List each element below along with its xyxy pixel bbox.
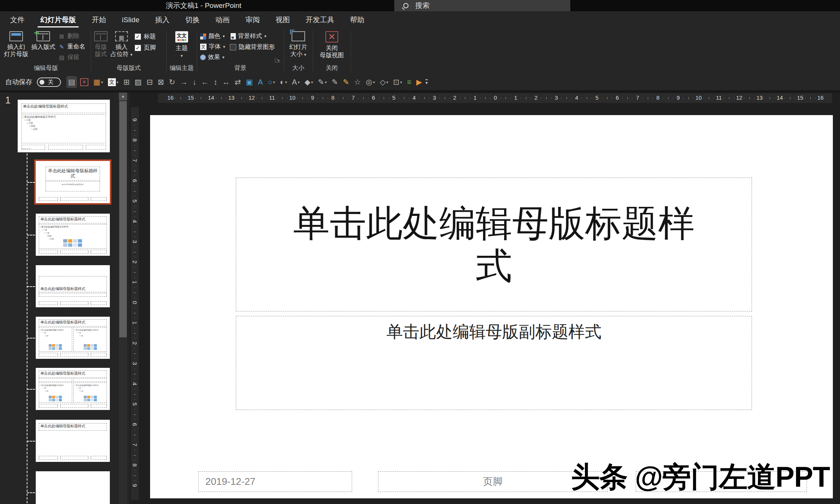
slide-size-icon bbox=[292, 31, 305, 41]
ribbon: 插入幻 灯片母版 + 插入版式 ⊠ 删除 ✎ 重命名 bbox=[0, 28, 840, 74]
tab-开发工具[interactable]: 开发工具 bbox=[298, 11, 342, 28]
group-label-close: 关闭 bbox=[314, 64, 349, 74]
align-slide-icon[interactable]: ≡ bbox=[406, 77, 413, 87]
theme-colors-icon bbox=[200, 33, 206, 39]
tab-开始[interactable]: 开始 bbox=[84, 11, 114, 28]
font-color-icon[interactable]: A▾ bbox=[291, 77, 301, 87]
close-master-view-icon[interactable]: ✕ bbox=[79, 77, 90, 87]
insert-placeholder-icon: ▦ bbox=[115, 31, 128, 41]
layout-thumbnail-2[interactable]: 单击此处编辑母版标题样式 • 单击此处编辑母版文本样式• 二级• 三级• 四级•… bbox=[36, 214, 110, 256]
layout-thumbnail-5[interactable]: 单击此处编辑母版标题样式 单击此处编辑母版文本样式 单击此处编辑母版文本样式 •… bbox=[36, 368, 110, 410]
shape-outline-icon[interactable]: ✎▾ bbox=[317, 77, 328, 87]
arrange-objects-icon[interactable]: ▨ bbox=[134, 77, 143, 87]
bring-forward-icon[interactable]: ⊟ bbox=[146, 77, 154, 87]
insert-picture-icon[interactable]: ▣ bbox=[245, 77, 254, 87]
insert-slide-master-icon bbox=[9, 31, 23, 41]
tab-幻灯片母版[interactable]: 幻灯片母版 bbox=[32, 11, 84, 28]
subtitle-placeholder[interactable]: 单击此处编辑母版副标题样式 bbox=[236, 316, 752, 410]
master-thumbnail[interactable]: 单击此处编辑母版标题样式 • 单击此处编辑母版文本样式• 二级• 三级• 四级•… bbox=[18, 100, 110, 152]
autosave-label: 自动保存 bbox=[5, 77, 32, 87]
eyedropper-icon[interactable]: ✎ bbox=[331, 77, 339, 87]
group-label-size: 大小 bbox=[286, 64, 311, 74]
send-backward-icon[interactable]: ⊠ bbox=[156, 77, 165, 87]
scrollbar-thumb[interactable] bbox=[119, 101, 127, 337]
align-left-icon[interactable]: ← bbox=[200, 77, 210, 87]
tab-审阅[interactable]: 审阅 bbox=[237, 11, 267, 28]
master-number: 1 bbox=[5, 95, 11, 106]
background-dialog-launcher-icon[interactable]: ↘ bbox=[275, 58, 281, 62]
search-box[interactable]: 搜索 bbox=[394, 0, 570, 11]
effects-button[interactable]: 效果▾ bbox=[199, 53, 227, 62]
insert-shapes-icon[interactable]: ○▾ bbox=[267, 77, 276, 87]
shape-effects-icon[interactable]: ☆ bbox=[353, 77, 362, 87]
document-title: 演示文稿1 - PowerPoint bbox=[166, 0, 242, 11]
theme-fonts-icon[interactable]: 文▾ bbox=[107, 77, 120, 87]
format-painter-icon[interactable]: ✎ bbox=[342, 77, 350, 87]
themes-icon: 文文 bbox=[175, 31, 188, 43]
close-master-view-button[interactable]: ✕ 关闭 母版视图 bbox=[318, 30, 345, 60]
tab-帮助[interactable]: 帮助 bbox=[342, 11, 372, 28]
insert-placeholder-button[interactable]: ▦ 插入 占位符 ▾ bbox=[109, 30, 134, 59]
layout-thumbnail-1[interactable]: 单击此处编辑母版标题样式 单击此处编辑母版副标题样式2019-12-27 bbox=[36, 161, 110, 203]
layout-thumbnail-6[interactable]: 单击此处编辑母版标题样式2019-12-27 bbox=[36, 420, 110, 462]
tab-文件[interactable]: 文件 bbox=[2, 11, 32, 28]
shape-fill-icon[interactable]: ◆▾ bbox=[303, 77, 314, 87]
layout-thumbnail-3[interactable]: 单击此处编辑母版标题样式 单击此处编辑母版文本样式2019-12-27 bbox=[36, 265, 110, 307]
tab-切换[interactable]: 切换 bbox=[177, 11, 207, 28]
scroll-up-icon[interactable]: ▲ bbox=[119, 93, 127, 100]
crop-icon[interactable]: ⊡▾ bbox=[392, 77, 403, 87]
colors-button[interactable]: 颜色▾ bbox=[199, 32, 227, 41]
title-placeholder[interactable]: 单击此处编辑母版标题样式 bbox=[236, 178, 752, 311]
tab-视图[interactable]: 视图 bbox=[267, 11, 298, 28]
footer-checkbox[interactable]: ✓ 页脚 bbox=[134, 43, 156, 53]
theme-fonts-icon: 文 bbox=[200, 44, 207, 50]
align-bottom-icon[interactable]: ↓ bbox=[191, 77, 197, 87]
delete-button[interactable]: ⊠ 删除 bbox=[57, 32, 87, 41]
title-checkbox[interactable]: ✓ 标题 bbox=[134, 32, 156, 42]
panel-scrollbar[interactable]: ▲ bbox=[119, 93, 127, 504]
master-layout-button[interactable]: 母版 版式 bbox=[93, 30, 109, 59]
more-commands-icon[interactable]: ▾ bbox=[425, 79, 428, 85]
hide-background-graphics-checkbox[interactable]: 隐藏背景图形 bbox=[229, 42, 276, 52]
group-separator bbox=[197, 30, 197, 71]
insert-textbox-icon[interactable]: A bbox=[257, 77, 264, 87]
powerpoint-window: 演示文稿1 - PowerPoint 搜索 文件幻灯片母版开始iSlide插入切… bbox=[0, 0, 840, 504]
group-separator bbox=[313, 30, 313, 71]
watermark-text: 头条 @旁门左道PPT bbox=[571, 458, 830, 497]
menu-tabs: 文件幻灯片母版开始iSlide插入切换动画审阅视图开发工具帮助 bbox=[0, 11, 840, 28]
quick-access-toolbar: 自动保存 关 ▤✕▦▾文▾⊞▨⊟⊠↻→↓←↕↔⇄▣A○▾◐▾A▾◆▾✎▾✎✎☆◎… bbox=[0, 74, 840, 90]
shape-styles-icon[interactable]: ◐▾ bbox=[279, 77, 288, 87]
layout-thumbnail-4[interactable]: 单击此处编辑母版标题样式 • 单击此处编辑母版文本样式• 二级• 三级 • 单击… bbox=[36, 317, 110, 359]
slide-canvas[interactable]: 单击此处编辑母版标题样式 单击此处编辑母版副标题样式 2019-12-27 页脚… bbox=[150, 115, 833, 498]
insert-layout-icon: + bbox=[36, 31, 50, 41]
autosave-toggle[interactable]: 关 bbox=[37, 77, 61, 87]
insert-layout-button[interactable]: + 插入版式 bbox=[30, 30, 57, 52]
checkbox-checked-icon: ✓ bbox=[135, 45, 141, 51]
rename-button[interactable]: ✎ 重命名 bbox=[57, 42, 87, 52]
slide-master-icon[interactable]: ▤ bbox=[67, 77, 76, 87]
tab-iSlide[interactable]: iSlide bbox=[114, 11, 147, 28]
layout-thumbnail-7[interactable] bbox=[36, 471, 110, 504]
insert-slide-master-button[interactable]: 插入幻 灯片母版 bbox=[3, 30, 30, 59]
align-right-icon[interactable]: → bbox=[179, 77, 189, 87]
center-horizontal-icon[interactable]: ↔ bbox=[221, 77, 231, 87]
background-styles-button[interactable]: 背景样式▾ bbox=[229, 32, 276, 41]
layout-connector-line bbox=[27, 153, 27, 503]
selection-arrow-icon[interactable]: ▶ bbox=[415, 77, 423, 87]
copy-object-icon[interactable]: ⊞ bbox=[122, 77, 131, 87]
v-ruler: 9876543210123456789 bbox=[131, 107, 139, 500]
preserve-button[interactable]: ▤ 保留 bbox=[57, 53, 87, 62]
fonts-button[interactable]: 文 字体▾ bbox=[199, 42, 227, 52]
change-shape-icon[interactable]: ◇▾ bbox=[379, 77, 389, 87]
rotate-object-icon[interactable]: ↻ bbox=[168, 77, 176, 87]
tab-动画[interactable]: 动画 bbox=[207, 11, 237, 28]
slide-size-button[interactable]: 幻灯片 大小 ▾ bbox=[288, 30, 309, 59]
distribute-shapes-icon[interactable]: ⇄ bbox=[234, 77, 242, 87]
merge-shapes-icon[interactable]: ◎▾ bbox=[365, 77, 376, 87]
background-styles-icon bbox=[231, 33, 236, 39]
date-placeholder[interactable]: 2019-12-27 bbox=[198, 471, 352, 492]
center-vertical-icon[interactable]: ↕ bbox=[213, 77, 219, 87]
themes-button[interactable]: 文文 主题▾ bbox=[174, 30, 190, 61]
tab-插入[interactable]: 插入 bbox=[147, 11, 177, 28]
theme-colors-icon[interactable]: ▦▾ bbox=[92, 77, 104, 87]
